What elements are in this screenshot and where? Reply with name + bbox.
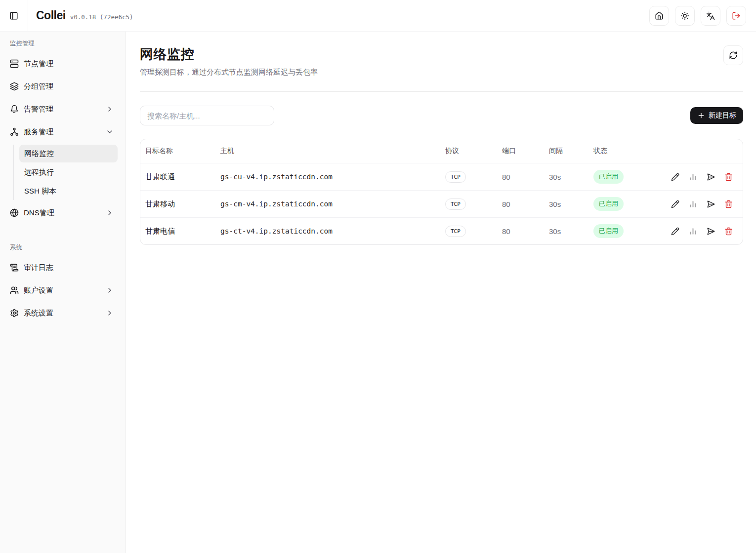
panel-left-icon	[9, 11, 18, 20]
target-host: gs-cu-v4.ip.zstaticcdn.com	[215, 173, 440, 181]
target-name: 甘肃移动	[140, 199, 215, 209]
send-test-button[interactable]	[707, 173, 715, 181]
column-header-interval: 间隔	[544, 147, 588, 156]
controls-row: 新建目标	[140, 106, 743, 125]
bar-chart-icon	[689, 227, 697, 236]
sidebar-toggle-button[interactable]	[7, 9, 20, 22]
header-divider	[140, 91, 743, 92]
sidebar: 监控管理 节点管理 分组管理 告警管理 服务管理 网络	[0, 32, 126, 553]
status-badge: 已启用	[593, 197, 624, 211]
sidebar-subitem-label: 远程执行	[24, 168, 54, 177]
edit-button[interactable]	[671, 173, 679, 181]
chevron-down-icon	[106, 128, 114, 136]
theme-toggle-button[interactable]	[675, 6, 695, 26]
target-port: 80	[497, 173, 544, 181]
page-subtitle: 管理探测目标，通过分布式节点监测网络延迟与丢包率	[140, 68, 318, 77]
sidebar-item-label: 审计日志	[24, 263, 114, 273]
edit-button[interactable]	[671, 200, 679, 208]
page-header: 网络监控 管理探测目标，通过分布式节点监测网络延迟与丢包率	[140, 45, 743, 77]
edit-button[interactable]	[671, 227, 679, 236]
table-row: 甘肃联通 gs-cu-v4.ip.zstaticcdn.com TCP 80 3…	[140, 163, 743, 190]
trash-icon	[724, 200, 733, 208]
logout-icon	[732, 11, 741, 20]
sidebar-item-services[interactable]: 服务管理	[8, 122, 118, 142]
sidebar-item-alerts[interactable]: 告警管理	[8, 99, 118, 119]
protocol-badge: TCP	[445, 171, 466, 183]
target-status-cell: 已启用	[588, 170, 666, 184]
languages-icon	[706, 11, 715, 20]
topbar-actions	[649, 6, 746, 26]
scroll-icon	[10, 263, 19, 272]
sidebar-item-nodes[interactable]: 节点管理	[8, 54, 118, 74]
chevron-right-icon	[106, 209, 114, 217]
language-button[interactable]	[701, 6, 720, 26]
home-button[interactable]	[649, 6, 669, 26]
row-actions	[666, 227, 743, 236]
protocol-badge: TCP	[445, 226, 466, 237]
plus-icon	[697, 112, 705, 119]
table-row: 甘肃电信 gs-ct-v4.ip.zstaticcdn.com TCP 80 3…	[140, 217, 743, 244]
sidebar-subitem-label: 网络监控	[24, 149, 54, 158]
search-input[interactable]	[140, 106, 274, 125]
target-host: gs-ct-v4.ip.zstaticcdn.com	[215, 227, 440, 235]
refresh-button[interactable]	[723, 45, 743, 65]
target-interval: 30s	[544, 200, 588, 208]
new-target-button-label: 新建目标	[709, 111, 736, 120]
target-name: 甘肃电信	[140, 227, 215, 236]
sidebar-subitem-remote-exec[interactable]: 远程执行	[19, 163, 118, 181]
target-port: 80	[497, 227, 544, 236]
send-test-button[interactable]	[707, 227, 715, 236]
new-target-button[interactable]: 新建目标	[690, 107, 743, 124]
delete-button[interactable]	[724, 227, 733, 236]
sidebar-item-label: 系统设置	[24, 309, 101, 318]
topbar-left	[0, 0, 28, 31]
stats-button[interactable]	[689, 173, 697, 181]
targets-table: 目标名称 主机 协议 端口 间隔 状态 甘肃联通 gs-cu-v4.ip.zst…	[140, 139, 743, 245]
column-header-protocol: 协议	[440, 147, 497, 156]
layers-icon	[10, 82, 19, 91]
sidebar-item-groups[interactable]: 分组管理	[8, 77, 118, 96]
sidebar-item-dns[interactable]: DNS管理	[8, 203, 118, 223]
delete-button[interactable]	[724, 200, 733, 208]
page-title-block: 网络监控 管理探测目标，通过分布式节点监测网络延迟与丢包率	[140, 45, 318, 77]
delete-button[interactable]	[724, 173, 733, 181]
target-protocol-cell: TCP	[440, 226, 497, 237]
sidebar-item-label: 账户设置	[24, 286, 101, 295]
page-title: 网络监控	[140, 45, 318, 63]
app-logo-text: Collei	[36, 9, 66, 22]
logout-button[interactable]	[726, 6, 746, 26]
stats-button[interactable]	[689, 227, 697, 236]
topbar: Collei v0.0.18 (72ee6c5)	[0, 0, 756, 32]
bar-chart-icon	[689, 173, 697, 181]
server-icon	[10, 59, 19, 68]
chevron-right-icon	[106, 309, 114, 317]
target-host: gs-cm-v4.ip.zstaticcdn.com	[215, 200, 440, 208]
sidebar-section-label-monitoring: 监控管理	[8, 40, 118, 48]
sidebar-item-label: 告警管理	[24, 105, 101, 114]
target-status-cell: 已启用	[588, 224, 666, 238]
send-icon	[707, 200, 715, 208]
bar-chart-icon	[689, 200, 697, 208]
send-icon	[707, 173, 715, 181]
sidebar-subitem-network-monitoring[interactable]: 网络监控	[19, 145, 118, 162]
chevron-right-icon	[106, 286, 114, 294]
protocol-badge: TCP	[445, 198, 466, 210]
sun-icon	[680, 11, 689, 20]
brand-area: Collei v0.0.18 (72ee6c5)	[36, 9, 133, 22]
sidebar-subitem-label: SSH 脚本	[24, 187, 56, 196]
target-interval: 30s	[544, 173, 588, 181]
sidebar-subitem-ssh-scripts[interactable]: SSH 脚本	[19, 182, 118, 200]
sidebar-item-account-settings[interactable]: 账户设置	[8, 280, 118, 300]
sidebar-item-audit-log[interactable]: 审计日志	[8, 258, 118, 277]
stats-button[interactable]	[689, 200, 697, 208]
send-test-button[interactable]	[707, 200, 715, 208]
network-icon	[10, 127, 19, 136]
globe-icon	[10, 208, 19, 217]
column-header-name: 目标名称	[140, 147, 215, 156]
sidebar-item-system-settings[interactable]: 系统设置	[8, 303, 118, 323]
target-protocol-cell: TCP	[440, 171, 497, 183]
trash-icon	[724, 173, 733, 181]
trash-icon	[724, 227, 733, 236]
sidebar-item-label: 节点管理	[24, 59, 114, 69]
chevron-right-icon	[106, 105, 114, 113]
